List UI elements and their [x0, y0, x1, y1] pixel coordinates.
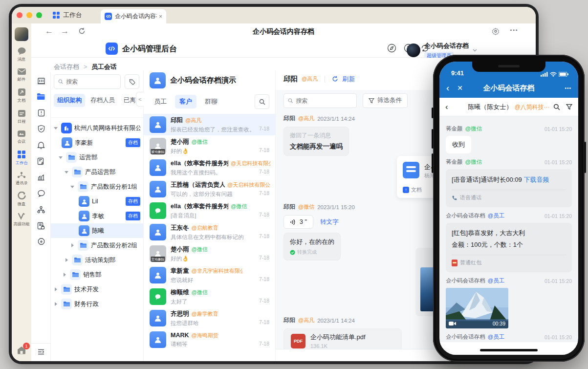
- video-thumbnail[interactable]: 00:39: [446, 288, 508, 328]
- breadcrumb-current: 员工会话: [91, 63, 117, 70]
- caret-collapsed-icon[interactable]: [64, 273, 66, 277]
- voice-message-bubble[interactable]: 3 ": [283, 215, 313, 229]
- tree-node-dept[interactable]: 财务行政: [51, 297, 143, 311]
- search-icon[interactable]: [553, 104, 560, 110]
- tree-node-employee-selected[interactable]: 陈曦: [51, 223, 143, 238]
- folder-icon: [66, 152, 77, 163]
- caret-collapsed-icon[interactable]: [55, 302, 57, 306]
- tree-node-employee[interactable]: 李豪新 存档: [51, 135, 143, 150]
- more-menu-icon[interactable]: ···: [510, 25, 518, 35]
- module-orgchart-icon[interactable]: [31, 201, 51, 217]
- tree-node-employee[interactable]: 李敏 存档: [51, 209, 143, 223]
- tag-filter-button[interactable]: [125, 74, 139, 89]
- chat-item[interactable]: 邱阳@高凡报表已经发给您了，您注意查收。 7-18: [144, 114, 275, 135]
- caret-collapsed-icon[interactable]: [55, 287, 57, 291]
- chat-item[interactable]: 主动删除 楚小雨@微信好的👌 7-18: [144, 243, 275, 264]
- phone-close-icon[interactable]: ✕: [457, 84, 463, 92]
- module-sessions-icon[interactable]: [31, 185, 51, 201]
- rail-item-messages[interactable]: 消息: [12, 47, 31, 63]
- rail-item-calendar[interactable]: 日程: [12, 109, 31, 125]
- tag-icon: [129, 79, 135, 85]
- qixiaoma-logo: [106, 43, 118, 55]
- rail-item-docs[interactable]: 文档: [12, 88, 31, 104]
- tree-node-dept[interactable]: 销售部: [51, 267, 143, 282]
- org-tab-structure[interactable]: 组织架构: [54, 94, 85, 107]
- caret-expanded-icon[interactable]: [54, 127, 58, 130]
- folder-icon: [61, 299, 72, 309]
- rail-item-mail[interactable]: 邮件: [12, 68, 31, 83]
- home-indicator[interactable]: [480, 349, 538, 351]
- compass-edit-icon[interactable]: [387, 43, 397, 53]
- module-policy-icon[interactable]: [31, 217, 51, 234]
- chat-item[interactable]: MARK@海鸣期货请稍等 7-18: [144, 329, 275, 350]
- breadcrumb-parent[interactable]: 会话存档: [54, 63, 79, 70]
- phone-more-icon[interactable]: •••: [565, 86, 571, 91]
- org-search-input[interactable]: [66, 78, 116, 85]
- chat-item[interactable]: ella（效率套件服务对接）@天启科技有限公司我用这个直接扫码。 7-18: [144, 157, 275, 178]
- caret-expanded-icon[interactable]: [59, 156, 63, 159]
- refresh-button[interactable]: 刷新: [342, 75, 355, 84]
- traffic-light-close[interactable]: [17, 12, 22, 18]
- tree-node-employee[interactable]: Lil 存档: [51, 194, 143, 209]
- user-avatar[interactable]: [15, 27, 28, 41]
- caret-expanded-icon[interactable]: [70, 186, 74, 188]
- tree-node-dept[interactable]: 产品数据分析2组: [51, 238, 143, 253]
- org-search[interactable]: [54, 74, 121, 89]
- tree-node-dept[interactable]: 产品数据分析1组: [51, 179, 143, 194]
- tree-node-dept[interactable]: 技术开发: [51, 282, 143, 297]
- module-rules-icon[interactable]: [31, 105, 51, 121]
- rail-item-contacts[interactable]: 通讯录: [12, 172, 31, 186]
- phone-back-icon[interactable]: ‹: [446, 83, 449, 93]
- to-text-link[interactable]: 转文字: [320, 218, 339, 226]
- panel-collapse-button[interactable]: <: [136, 92, 144, 107]
- chat-tabs: 员工 客户 群聊: [144, 92, 275, 114]
- caret-collapsed-icon[interactable]: [71, 243, 74, 247]
- chat-item[interactable]: ella（效率套件服务对接）@微信[语音消息] 7-18: [144, 200, 275, 221]
- chat-item[interactable]: 齐思明@趣学教育拉您进群哈 7-18: [144, 307, 275, 329]
- tree-node-company[interactable]: 杭州八简网络科技有限公司: [51, 121, 143, 135]
- funnel-icon[interactable]: [566, 104, 572, 110]
- module-org-icon[interactable]: [31, 72, 51, 88]
- rail-item-advanced[interactable]: 高级功能: [12, 213, 31, 227]
- contact-back-icon[interactable]: ‹: [445, 102, 448, 112]
- tree-node-dept[interactable]: 产品运营部: [51, 165, 143, 179]
- chat-search-button[interactable]: [255, 94, 269, 109]
- chat-item[interactable]: 柳顺维@微信太好了 7-18: [144, 286, 275, 307]
- collapse-rail-icon[interactable]: [31, 343, 51, 355]
- folder-icon: [78, 240, 88, 251]
- caret-expanded-icon[interactable]: [65, 171, 68, 174]
- download-audio-link[interactable]: 下载音频: [523, 176, 549, 183]
- tab-close-icon[interactable]: ×: [159, 13, 162, 20]
- traffic-light-zoom[interactable]: [36, 12, 42, 18]
- tree-node-dept[interactable]: 运营部: [51, 150, 143, 165]
- chat-item[interactable]: 被动删除 楚小雨@微信好的👌 7-18: [144, 135, 275, 157]
- chat-item[interactable]: 王胜楠（运营负责人）@天启科技有限公司可以的，这部分没有问题 7-18: [144, 178, 275, 200]
- module-audit-icon[interactable]: A: [31, 153, 51, 169]
- rail-item-drive[interactable]: 微盘: [12, 192, 31, 207]
- pdf-file-card[interactable]: PDF 企小码功能清单.pdf 136.1K: [283, 328, 402, 349]
- module-settings-icon[interactable]: [31, 234, 51, 250]
- module-stats-icon[interactable]: [31, 169, 51, 185]
- chat-tab-group[interactable]: 群聊: [200, 95, 222, 109]
- chat-tab-customer[interactable]: 客户: [175, 95, 196, 109]
- message-search[interactable]: [283, 93, 357, 108]
- chat-item[interactable]: 王东冬@启航教育具体信息在文档中都有标记的 7-18: [144, 221, 275, 243]
- rail-item-workspace-switch[interactable]: 1: [12, 346, 31, 354]
- tree-node-dept[interactable]: 活动策划部: [51, 253, 143, 267]
- chat-tab-employee[interactable]: 员工: [150, 95, 171, 109]
- module-security-icon[interactable]: [31, 121, 51, 137]
- tab-archive[interactable]: 企小码会话内容存档 ×: [101, 9, 166, 23]
- chat-item[interactable]: 章新童@非凡宇宙科技有限公司您说就好 7-18: [144, 264, 275, 286]
- caret-collapsed-icon[interactable]: [65, 258, 68, 262]
- module-alerts-icon[interactable]: [31, 137, 51, 153]
- settings-gear-icon[interactable]: [492, 27, 500, 35]
- contact-avatar: 主动删除: [150, 245, 166, 262]
- message-search-input[interactable]: [296, 97, 353, 104]
- tab-workbench[interactable]: 工作台: [46, 7, 89, 23]
- rail-item-workbench[interactable]: 工作台: [12, 150, 31, 166]
- module-archive-folder-icon[interactable]: [31, 88, 51, 105]
- filter-button[interactable]: 筛选条件: [363, 93, 408, 108]
- org-tab-archived[interactable]: 存档人员: [87, 94, 118, 107]
- traffic-light-minimize[interactable]: [26, 12, 32, 18]
- rail-item-meeting[interactable]: 会议: [12, 130, 31, 145]
